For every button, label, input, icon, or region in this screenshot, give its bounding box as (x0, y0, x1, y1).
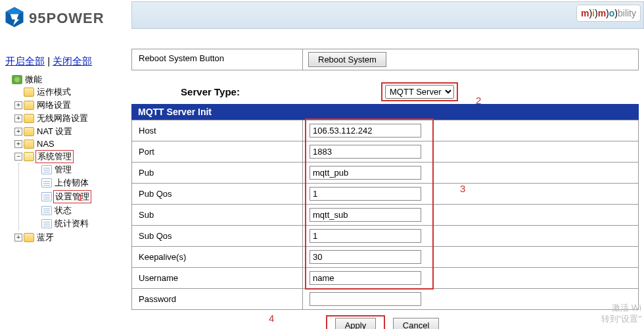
brand-logo: 95POWER (3, 5, 131, 31)
brand-mark-icon (3, 5, 26, 31)
username-input[interactable] (310, 271, 421, 285)
folder-icon (24, 114, 34, 123)
file-icon (41, 206, 52, 215)
expand-icon[interactable] (14, 140, 22, 148)
chip-icon (12, 75, 22, 84)
host-input[interactable] (310, 124, 421, 138)
pubqos-label: Pub Qos (132, 184, 303, 205)
mqtt-form: Host Port Pub Pub Qos Sub Sub Qos Keepal… (131, 120, 639, 310)
pub-label: Pub (132, 163, 303, 184)
tree-item-settings[interactable]: 设置管理 (41, 190, 127, 203)
reboot-label: Reboot System Button (132, 49, 303, 70)
folder-icon (24, 88, 34, 97)
keepalive-input[interactable] (310, 250, 421, 264)
folder-icon (24, 139, 34, 149)
pubqos-input[interactable] (310, 187, 421, 201)
close-all-link[interactable]: 关闭全部 (53, 55, 92, 66)
expand-icon[interactable] (14, 128, 22, 136)
file-icon (41, 192, 52, 201)
folder-open-icon (24, 152, 34, 161)
keepalive-label: Keepalive(s) (132, 247, 303, 268)
tree-item-nas[interactable]: NAS (14, 139, 127, 149)
host-label: Host (132, 120, 303, 141)
collapse-icon[interactable] (14, 153, 22, 161)
tree-item-admin[interactable]: 管理 (41, 164, 127, 176)
tree-controls: 开启全部 | 关闭全部 (3, 49, 127, 73)
open-all-link[interactable]: 开启全部 (5, 55, 45, 66)
server-type-label: Server Type: (131, 86, 289, 97)
tree-root[interactable]: 微能 (3, 74, 127, 86)
brand-name: 95POWER (29, 10, 104, 27)
top-bar: m)i)m)o)bility (131, 1, 644, 29)
port-label: Port (132, 141, 303, 163)
file-icon (41, 219, 52, 228)
file-icon (41, 178, 52, 188)
sub-label: Sub (132, 205, 303, 226)
separator: | (45, 55, 53, 66)
sub-input[interactable] (310, 208, 421, 222)
mimobility-badge: m)i)m)o)bility (576, 5, 641, 22)
subqos-input[interactable] (310, 229, 421, 243)
callout-2: 2 (476, 95, 481, 106)
server-type-select[interactable]: MQTT Server (385, 85, 454, 99)
reboot-button[interactable]: Reboot System (308, 52, 386, 67)
tree-item-network[interactable]: 网络设置 (14, 99, 127, 111)
callout-3: 3 (460, 183, 465, 194)
tree-item-bluetooth[interactable]: 蓝牙 (14, 232, 127, 243)
tree-item-firmware[interactable]: 上传韧体 (41, 177, 127, 189)
expand-icon[interactable] (14, 114, 22, 122)
tree-item-sysadmin[interactable]: 系统管理 (14, 150, 127, 163)
apply-button[interactable]: Apply (335, 318, 377, 329)
windows-activation-watermark: 激活 Wi 转到"设置" (601, 303, 641, 325)
reboot-row: Reboot System Button Reboot System (131, 49, 639, 70)
tree-item-nat[interactable]: NAT 设置 (14, 126, 127, 138)
folder-icon (24, 127, 34, 136)
expand-icon[interactable] (14, 101, 22, 109)
pub-input[interactable] (310, 166, 421, 180)
folder-icon (24, 233, 34, 242)
password-input[interactable] (310, 292, 421, 306)
tree-item-mode[interactable]: 运作模式 (14, 86, 127, 98)
password-label: Password (132, 289, 303, 310)
port-input[interactable] (310, 145, 421, 159)
nav-tree: 微能 运作模式 网络设置 无线网路设置 NAT 设置 NAS 系统管理 管理 上… (3, 73, 127, 245)
username-label: Username (132, 268, 303, 289)
tree-item-wireless[interactable]: 无线网路设置 (14, 113, 127, 124)
callout-4: 4 (269, 313, 274, 324)
expand-icon[interactable] (14, 234, 22, 241)
folder-icon (24, 101, 34, 110)
tree-item-stats[interactable]: 统计资料 (41, 218, 127, 230)
file-icon (41, 165, 52, 174)
callout-1: 1 (78, 191, 83, 203)
cancel-button[interactable]: Cancel (393, 318, 439, 329)
subqos-label: Sub Qos (132, 226, 303, 247)
tree-item-status[interactable]: 状态 (41, 205, 127, 216)
section-title: MQTT Server Init (131, 104, 639, 120)
